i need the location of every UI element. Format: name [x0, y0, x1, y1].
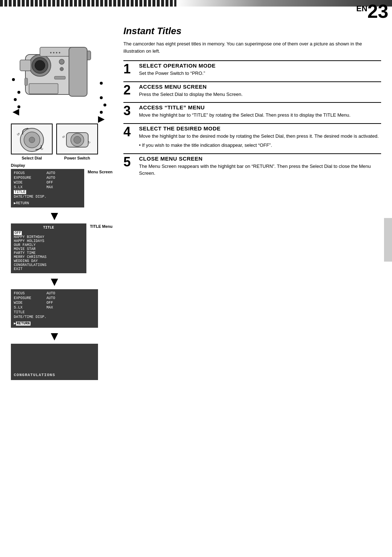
menu-screen-label: Menu Screen [88, 169, 113, 174]
en-prefix: EN [356, 5, 368, 13]
select-dial-box: ↺ ↻ [11, 124, 53, 154]
svg-text:↺: ↺ [62, 135, 65, 139]
step-2-body: Press the Select Dial to display the Men… [139, 91, 381, 98]
svg-text:↻: ↻ [88, 141, 91, 144]
svg-text:↺: ↺ [17, 132, 20, 136]
step-4-title: SELECT THE DESIRED MODE [139, 125, 381, 132]
arrow-right: ▶ [98, 114, 104, 124]
title-menu-row: TITLE OFF HAPPY BIRTHDAY HAPPY HOLIDAYS … [11, 223, 113, 275]
step-3-number: 3 [123, 104, 136, 119]
step-2-content: ACCESS MENU SCREEN Press the Select Dial… [139, 84, 381, 98]
step-2-title: ACCESS MENU SCREEN [139, 84, 381, 90]
title-menu-screen: TITLE OFF HAPPY BIRTHDAY HAPPY HOLIDAYS … [11, 223, 86, 273]
menu-screen-3: FOCUSAUTO EXPOSUREAUTO WIDEOFF S.LXMAX T… [11, 289, 98, 328]
svg-marker-27 [51, 213, 58, 220]
step-3: 3 ACCESS “TITLE” MENU Move the highlight… [123, 102, 381, 119]
header: EN23 [0, 0, 392, 22]
svg-point-19 [29, 137, 35, 143]
dot-decoration [12, 78, 15, 81]
select-dial-svg: ↺ ↻ [16, 125, 48, 153]
step-4-note: If you wish to make the title indication… [139, 142, 381, 149]
svg-marker-29 [51, 333, 58, 340]
menu-screen-3-row: FOCUSAUTO EXPOSUREAUTO WIDEOFF S.LXMAX T… [11, 289, 113, 330]
accessories-row: ↺ ↻ Select Dial ↺ ↻ [11, 124, 113, 160]
svg-text:↻: ↻ [40, 147, 43, 151]
svg-rect-16 [25, 78, 28, 85]
ms3-title: TITLE [14, 310, 95, 314]
step-1-number: 1 [123, 62, 136, 77]
step-5-body: The Menu Screen reappears with the highl… [139, 163, 381, 177]
step-1: 1 SELECT OPERATION MODE Set the Power Sw… [123, 60, 381, 77]
svg-rect-7 [69, 47, 87, 96]
title-item-8: CONGRATULATIONS [14, 263, 83, 267]
dot-decoration [14, 98, 17, 101]
arrow-down-3 [11, 331, 98, 342]
menu-row-exposure: EXPOSUREAUTO [14, 176, 81, 180]
title-item-6: MERRY CHRISTMAS [14, 255, 83, 259]
title-item-3: OUR FAMILY [14, 243, 83, 247]
menu-return: ▶RETURN [14, 201, 81, 205]
dot-decoration [100, 82, 103, 85]
svg-point-24 [74, 136, 81, 144]
step-4-number: 4 [123, 125, 136, 149]
step-1-title: SELECT OPERATION MODE [139, 62, 381, 69]
dot-decoration [17, 91, 20, 94]
svg-rect-5 [20, 60, 31, 71]
dot-decoration [100, 111, 103, 114]
step-3-title: ACCESS “TITLE” MENU [139, 104, 381, 110]
page-title: Instant Titles [123, 25, 381, 37]
title-item-5: PARTY TIME [14, 251, 83, 255]
arrow-left: ◀ [13, 107, 19, 117]
dot-decoration [103, 104, 106, 106]
svg-point-12 [50, 52, 52, 53]
dot-decoration [100, 96, 103, 99]
title-exit: EXIT [14, 267, 83, 271]
svg-marker-28 [51, 279, 58, 286]
ms3-return: ▶RETURN [14, 321, 95, 326]
title-item-2: HAPPY HOLIDAYS [14, 239, 83, 243]
title-item-1: HAPPY BIRTHDAY [14, 235, 83, 239]
camcorder-illustration: ◀ ▶ [11, 25, 105, 124]
return-highlighted: RETURN [16, 322, 30, 326]
display-label: Display [11, 163, 113, 167]
step-1-content: SELECT OPERATION MODE Set the Power Swit… [139, 62, 381, 77]
step-3-body: Move the highlight bar to “TITLE” by rot… [139, 112, 381, 119]
title-highlighted: TITLE [14, 190, 26, 194]
svg-rect-11 [54, 76, 65, 79]
step-4-body: Move the highlight bar to the desired mo… [139, 133, 381, 140]
left-column: ◀ ▶ ↺ ↻ Se [11, 25, 120, 380]
step-5-content: CLOSE MENU SCREEN The Menu Screen reappe… [139, 156, 381, 177]
menu-row-slx: S.LXMAX [14, 185, 81, 189]
step-4: 4 SELECT THE DESIRED MODE Move the highl… [123, 123, 381, 149]
svg-point-13 [53, 52, 54, 53]
step-5-title: CLOSE MENU SCREEN [139, 156, 381, 162]
svg-point-15 [59, 52, 60, 53]
svg-point-10 [60, 67, 64, 71]
ms3-datetime: DATE/TIME DISP. [14, 315, 95, 319]
side-tab [384, 218, 392, 262]
select-dial-label: Select Dial [11, 156, 53, 160]
title-off: OFF [14, 231, 83, 235]
power-switch-box: ↺ ↻ [56, 124, 98, 154]
preview-text: CONGRATULATIONS [14, 373, 55, 377]
title-header: TITLE [14, 226, 83, 230]
svg-rect-8 [29, 84, 58, 94]
step-1-body: Set the Power Switch to “PRO.” [139, 70, 381, 77]
menu-screen-1: FOCUSAUTO EXPOSUREAUTO WIDEOFF S.LXMAX T… [11, 169, 84, 207]
arrow-down-2 [11, 277, 98, 288]
menu-row-datetime: DATE/TIME DISP. [14, 195, 81, 199]
step-5: 5 CLOSE MENU SCREEN The Menu Screen reap… [123, 153, 381, 177]
arrow-down-1 [11, 211, 98, 222]
menu-screen-1-row: FOCUSAUTO EXPOSUREAUTO WIDEOFF S.LXMAX T… [11, 169, 113, 210]
ms3-slx: S.LXMAX [14, 306, 95, 310]
select-dial-item: ↺ ↻ Select Dial [11, 124, 53, 160]
preview-screen: CONGRATULATIONS [11, 344, 98, 380]
power-switch-svg: ↺ ↻ [61, 125, 94, 153]
ms3-focus: FOCUSAUTO [14, 291, 95, 295]
menu-row-focus: FOCUSAUTO [14, 171, 81, 175]
step-5-number: 5 [123, 156, 136, 177]
step-2: 2 ACCESS MENU SCREEN Press the Select Di… [123, 81, 381, 98]
step-4-content: SELECT THE DESIRED MODE Move the highlig… [139, 125, 381, 149]
svg-point-9 [59, 59, 64, 64]
main-layout: ◀ ▶ ↺ ↻ Se [0, 0, 392, 380]
